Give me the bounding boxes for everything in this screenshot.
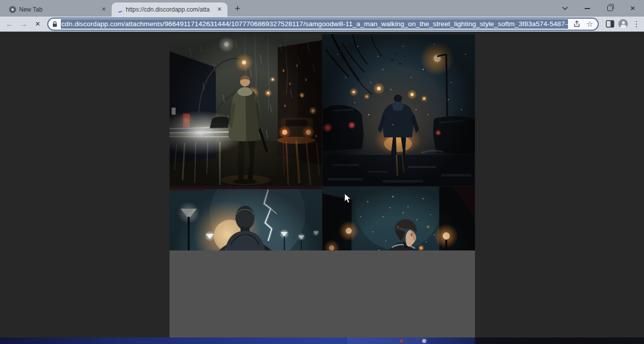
loading-spinner-icon xyxy=(116,6,124,14)
side-panel-icon[interactable] xyxy=(606,20,614,28)
mouse-cursor xyxy=(344,193,352,206)
tab-discord-cdn[interactable]: https://cdn.discordapp.com/atta ✕ xyxy=(112,3,227,17)
tab-strip: New Tab ✕ https://cdn.discordapp.com/att… xyxy=(0,0,644,17)
omnibox-actions: ☆ xyxy=(573,20,593,28)
image-loading-placeholder xyxy=(170,250,475,337)
tab-close-icon[interactable]: ✕ xyxy=(215,6,223,14)
image-quadrant-hooded-man xyxy=(170,187,322,250)
forward-button[interactable]: → xyxy=(17,18,30,31)
taskbar-strip xyxy=(0,337,644,344)
minimize-button[interactable] xyxy=(576,0,599,17)
notification-dot-icon xyxy=(400,339,403,342)
stop-loading-button[interactable]: ✕ xyxy=(31,18,44,31)
browser-toolbar: ← → ✕ cdn.discordapp.com/attachments/966… xyxy=(0,17,644,32)
back-button[interactable]: ← xyxy=(3,18,16,31)
profile-avatar[interactable] xyxy=(618,19,628,29)
chrome-favicon-icon xyxy=(9,6,16,13)
bookmark-star-icon[interactable]: ☆ xyxy=(587,20,593,28)
image-quadrant-snowy-street xyxy=(323,34,475,186)
tab-new-tab[interactable]: New Tab ✕ xyxy=(4,3,112,17)
image-grid xyxy=(170,34,475,250)
restore-button[interactable] xyxy=(599,0,621,17)
lock-icon[interactable] xyxy=(52,21,58,28)
image-quadrant-rainy-street xyxy=(170,34,322,186)
address-bar[interactable]: cdn.discordapp.com/attachments/966491171… xyxy=(47,18,599,31)
tab-title: https://cdn.discordapp.com/atta xyxy=(126,6,212,13)
page-content xyxy=(0,32,644,337)
window-controls: ✕ xyxy=(553,0,644,17)
menu-kebab-icon[interactable]: ⋮ xyxy=(632,20,641,29)
share-icon[interactable] xyxy=(573,20,581,28)
taskbar-highlight xyxy=(347,337,428,344)
close-window-button[interactable]: ✕ xyxy=(621,0,644,17)
taskbar-dot-icon xyxy=(422,339,426,343)
image-stage[interactable] xyxy=(170,32,475,337)
toolbar-right: ⋮ xyxy=(606,19,641,29)
new-tab-button[interactable]: + xyxy=(230,2,245,16)
tab-search-chevron-icon[interactable] xyxy=(553,0,576,17)
tab-title: New Tab xyxy=(19,6,97,13)
tab-close-icon[interactable]: ✕ xyxy=(100,6,108,14)
url-text-selected[interactable]: cdn.discordapp.com/attachments/966491171… xyxy=(61,19,568,29)
